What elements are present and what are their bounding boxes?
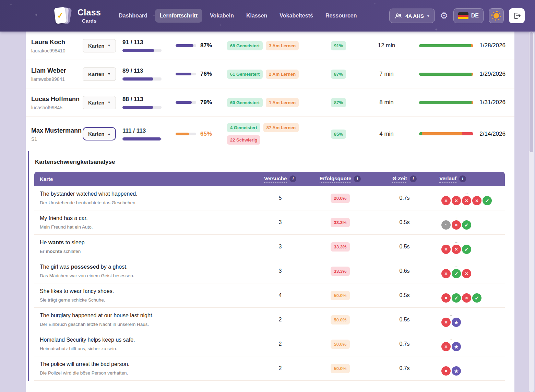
cards-count: 88 / 113 (122, 96, 176, 103)
cards-progress-bar (122, 137, 162, 140)
correct-answer-icon: ✓ (483, 196, 492, 205)
nav-item-dashboard[interactable]: Dashboard (114, 9, 152, 23)
history-direction-arrow-icon: → (441, 240, 471, 245)
column-header-karte: Karte (34, 176, 254, 182)
success-rate-badge: 50.0% (331, 315, 350, 324)
cards-progress: 89 / 113 (122, 68, 176, 81)
karten-dropdown-button[interactable]: Karten▲ (83, 127, 116, 140)
wrong-answer-icon: ✕ (441, 342, 451, 351)
analysis-row: My friend has a car.Mein Freund hat ein … (34, 210, 505, 235)
column-header-verlauf: Verlaufi (435, 175, 505, 183)
mastery-bar-fill (176, 101, 192, 104)
column-label-karte: Karte (40, 176, 53, 182)
card-back-text: Sie trägt gerne schicke Schuhe. (40, 297, 254, 303)
sparkle-decoration (10, 3, 12, 6)
history-cell: →✕★ (435, 313, 505, 327)
card-back-text: Er möchte schlafen (40, 248, 254, 255)
text-segment: Die Polizei wird die böse Person verhaft… (40, 370, 128, 376)
logo-check-icon: ✓ (56, 10, 64, 21)
brand[interactable]: ✓ Class Cards (54, 6, 101, 26)
scrollbar-thumb[interactable] (530, 32, 533, 152)
nav-item-klassen[interactable]: Klassen (241, 9, 272, 23)
caret-down-icon: ▼ (108, 44, 111, 47)
karten-dropdown-button[interactable]: Karten▼ (83, 96, 116, 109)
student-name: Liam Weber (31, 66, 83, 75)
info-icon[interactable]: i (410, 175, 417, 182)
cards-progress-fill (122, 106, 153, 109)
attempts-cell: 4 (254, 292, 306, 298)
nav-item-lernfortschritt[interactable]: Lernfortschritt (155, 9, 202, 23)
accuracy-badge: 87% (331, 98, 346, 107)
analysis-row: The burglary happened at our house last … (34, 308, 505, 332)
attempts-value: 4 (279, 292, 282, 298)
text-segment: Der Umstehende beobachtete das Geschehen… (40, 200, 136, 205)
history-cell: →✕✕✕✕✓ (435, 191, 505, 205)
logout-button[interactable] (509, 8, 525, 23)
karten-dropdown-button[interactable]: Karten▼ (83, 68, 116, 81)
theme-toggle-button[interactable] (489, 8, 504, 23)
student-identity: Max MustermannS1 (31, 126, 83, 142)
card-text-cell: The bystander watched what happened.Der … (34, 190, 254, 206)
attempts-cell: 3 (254, 244, 306, 250)
mastery-percentage: 76% (200, 71, 212, 77)
history-direction-arrow-icon: → (441, 337, 461, 342)
settings-gear-icon[interactable]: ⚙ (440, 11, 448, 21)
sparkle-decoration (374, 3, 376, 5)
history-icons: ✕★ (441, 342, 461, 351)
nav-item-ressourcen[interactable]: Ressourcen (321, 9, 362, 23)
column-header-versuche: Versuchei (254, 175, 306, 183)
text-segment: He (40, 240, 48, 245)
card-text-cell: My friend has a car.Mein Freund hat ein … (34, 215, 254, 230)
cards-progress: 88 / 113 (122, 96, 176, 109)
avg-time-cell: 0.5s (374, 292, 435, 298)
karten-dropdown-button[interactable]: Karten▼ (83, 39, 116, 52)
history-direction-arrow-icon: → (441, 264, 471, 269)
wrong-answer-icon: ✕ (462, 293, 471, 303)
brand-text: Class Cards (78, 8, 101, 23)
text-segment: Sie trägt gerne schicke Schuhe. (40, 297, 105, 303)
study-time: 4 min (354, 131, 419, 137)
success-rate-badge: 50.0% (331, 291, 350, 300)
last-activity-date: 2/14/2026 (479, 131, 509, 137)
card-text-cell: The girl was possessed by a ghost.Das Mä… (34, 263, 254, 279)
vertical-scrollbar[interactable] (529, 32, 534, 392)
starred-answer-icon: ★ (452, 318, 461, 327)
text-segment: The bystander watched what happened. (40, 191, 138, 197)
nav-item-vokabeltests[interactable]: Vokabeltests (275, 9, 318, 23)
info-icon[interactable]: i (289, 175, 296, 182)
karten-column: Karten▼ (83, 96, 122, 109)
text-segment: by a ghost. (99, 264, 128, 270)
info-icon[interactable]: i (354, 175, 361, 182)
activity-segment (419, 73, 472, 76)
history-icons: ✕✓✕ (441, 269, 471, 278)
class-selector-value: 4A AHS (405, 13, 424, 19)
accuracy-column: 87% (323, 71, 354, 77)
info-icon[interactable]: i (459, 175, 466, 182)
success-rate-badge: 50.0% (331, 364, 350, 373)
nav-item-vokabeln[interactable]: Vokabeln (205, 9, 239, 23)
success-rate-cell: 33.3% (306, 267, 374, 276)
starred-answer-icon: ★ (452, 366, 461, 376)
card-back-text: Das Mädchen war von einem Geist besessen… (40, 273, 254, 279)
wrong-answer-icon: ✕ (462, 196, 471, 205)
language-button[interactable]: DE (453, 8, 484, 23)
student-username: laurakoc998410 (31, 48, 83, 53)
class-selector-dropdown[interactable]: 4A AHS ▾ (389, 9, 435, 23)
avg-time-cell: 0.5s (374, 219, 435, 225)
text-segment: möchte (46, 249, 62, 254)
cards-progress: 91 / 113 (122, 39, 176, 52)
card-text-cell: Homeland Security helps keep us safe.Hei… (34, 336, 254, 352)
card-front-text: He wants to sleep (40, 239, 254, 246)
attempts-cell: 2 (254, 317, 306, 323)
attempts-cell: 3 (254, 219, 306, 225)
study-time: 12 min (354, 42, 419, 49)
karten-button-label: Karten (88, 43, 105, 49)
success-rate-badge: 33.3% (331, 218, 350, 227)
text-segment: Das Mädchen war von einem Geist besessen… (40, 273, 134, 278)
student-identity: Liam Weberliamwebe99841 (31, 66, 83, 82)
attempts-value: 3 (279, 244, 282, 249)
avg-time-value: 0.5s (399, 244, 409, 249)
avg-time-value: 0.5s (399, 292, 409, 298)
cards-count: 111 / 113 (122, 127, 176, 134)
analysis-row: She likes to wear fancy shoes.Sie trägt … (34, 283, 505, 308)
